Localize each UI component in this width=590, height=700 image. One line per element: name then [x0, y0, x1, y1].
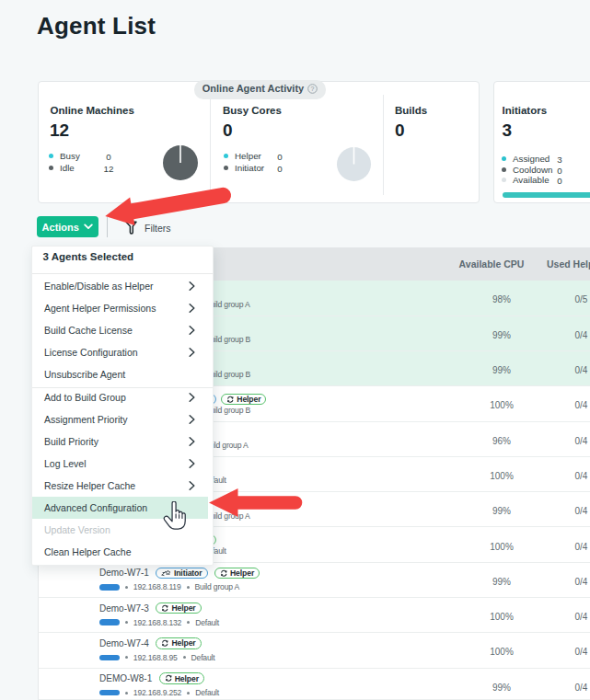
svg-text:?: ?	[311, 86, 315, 92]
